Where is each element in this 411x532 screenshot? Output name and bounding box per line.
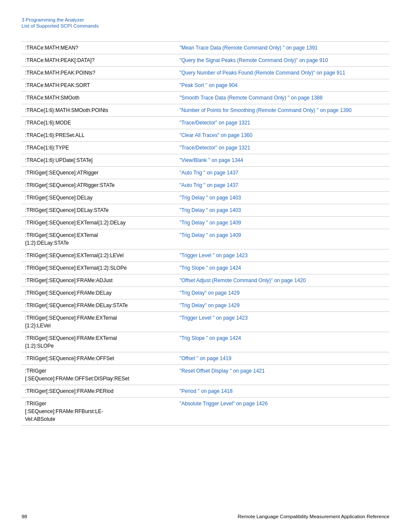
link-cell[interactable]: "Period " on page 1418 <box>176 385 389 398</box>
command-cell: :TRACe:MATH:SMOoth <box>22 92 176 104</box>
command-cell: :TRACe:MATH:PEAK:SORT <box>22 79 176 92</box>
command-cell: :TRACe{1:6}:TYPE <box>22 142 176 154</box>
footer: 98 Remote Language Compatibility Measure… <box>22 514 389 519</box>
table-row: :TRACe{1:6}:TYPE"Trace/Detector" on page… <box>22 142 389 154</box>
table-row: :TRACe{1:6}:MATH:SMOoth:POINts"Number of… <box>22 104 389 117</box>
link-cell[interactable]: "Trigger Level " on page 1423 <box>176 312 389 332</box>
table-row: :TRIGger[:SEQuence]:FRAMe:DELay:STATe"Tr… <box>22 299 389 312</box>
command-cell: :TRIGger[:SEQuence]:FRAMe:ADJust <box>22 274 176 287</box>
command-cell: :TRIGger[:SEQuence]:FRAMe:RFBurst:LE-Vel… <box>22 398 176 426</box>
link-cell[interactable]: "Mean Trace Data (Remote Command Only) "… <box>176 42 389 54</box>
link-cell[interactable]: "Number of Points for Smoothing (Remote … <box>176 104 389 117</box>
command-cell: :TRACe:MATH:PEAK:POINts? <box>22 67 176 79</box>
link-cell[interactable]: "Trace/Detector" on page 1321 <box>176 117 389 129</box>
link-cell[interactable]: "Auto Trig " on page 1437 <box>176 167 389 179</box>
link-cell[interactable]: "Clear All Traces" on page 1360 <box>176 129 389 142</box>
table-row: :TRIGger[:SEQuence]:FRAMe:OFFSet:DISPlay… <box>22 365 389 385</box>
table-row: :TRIGger[:SEQuence]:FRAMe:PERiod"Period … <box>22 385 389 398</box>
table-row: :TRIGger[:SEQuence]:FRAMe:ADJust"Offset … <box>22 274 389 287</box>
command-cell: :TRIGger[:SEQuence]:FRAMe:DELay:STATe <box>22 299 176 312</box>
table-row: :TRACe:MATH:PEAK:POINts?"Query Number of… <box>22 67 389 79</box>
table-row: :TRACe{1:6}:PRESet:ALL"Clear All Traces"… <box>22 129 389 142</box>
table-row: :TRIGger[:SEQuence]:EXTernal{1:2}:SLOPe"… <box>22 262 389 274</box>
table-row: :TRIGger[:SEQuence]:EXTernal{1:2}:DELay:… <box>22 229 389 249</box>
link-cell[interactable]: "Trigger Level " on page 1423 <box>176 249 389 262</box>
link-cell[interactable]: "Query the Signal Peaks (Remote Command … <box>176 54 389 67</box>
link-cell[interactable]: "Peak Sort " on page 904 <box>176 79 389 92</box>
table-row: :TRACe{1:6}:UPDate[:STATe]"View/Blank " … <box>22 154 389 167</box>
table-row: :TRIGger[:SEQuence]:ATRigger:STATe"Auto … <box>22 179 389 192</box>
table-row: :TRIGger[:SEQuence]:EXTernal{1:2}:DELay"… <box>22 217 389 229</box>
table-row: :TRIGger[:SEQuence]:FRAMe:EXTernal{1:2}:… <box>22 332 389 352</box>
command-cell: :TRACe:MATH:MEAN? <box>22 42 176 54</box>
command-cell: :TRIGger[:SEQuence]:FRAMe:EXTernal{1:2}:… <box>22 312 176 332</box>
page-container: 3 Programming the Analyzer List of Suppo… <box>0 0 411 451</box>
link-cell[interactable]: "Trig Delay" on page 1429 <box>176 287 389 299</box>
breadcrumb-line2: List of Supported SCPI Commands <box>22 23 389 28</box>
command-cell: :TRACe{1:6}:PRESet:ALL <box>22 129 176 142</box>
link-cell[interactable]: "View/Blank " on page 1344 <box>176 154 389 167</box>
scpi-commands-table: :TRACe:MATH:MEAN?"Mean Trace Data (Remot… <box>22 41 389 426</box>
table-row: :TRIGger[:SEQuence]:DELay:STATe"Trig Del… <box>22 204 389 217</box>
table-row: :TRIGger[:SEQuence]:ATRigger"Auto Trig "… <box>22 167 389 179</box>
link-cell[interactable]: "Auto Trig " on page 1437 <box>176 179 389 192</box>
link-cell[interactable]: "Offset Adjust (Remote Command Only)" on… <box>176 274 389 287</box>
table-row: :TRACe{1:6}:MODE"Trace/Detector" on page… <box>22 117 389 129</box>
command-cell: :TRIGger[:SEQuence]:ATRigger <box>22 167 176 179</box>
command-cell: :TRIGger[:SEQuence]:FRAMe:OFFSet:DISPlay… <box>22 365 176 385</box>
link-cell[interactable]: "Reset Offset Display " on page 1421 <box>176 365 389 385</box>
breadcrumb-line1: 3 Programming the Analyzer <box>22 17 389 22</box>
link-cell[interactable]: "Trig Delay " on page 1403 <box>176 192 389 204</box>
command-cell: :TRIGger[:SEQuence]:FRAMe:OFFSet <box>22 352 176 365</box>
link-cell[interactable]: "Trig Delay " on page 1409 <box>176 217 389 229</box>
table-row: :TRACe:MATH:MEAN?"Mean Trace Data (Remot… <box>22 42 389 54</box>
table-row: :TRIGger[:SEQuence]:FRAMe:EXTernal{1:2}:… <box>22 312 389 332</box>
command-cell: :TRACe:MATH:PEAK[:DATA]? <box>22 54 176 67</box>
table-row: :TRIGger[:SEQuence]:DELay"Trig Delay " o… <box>22 192 389 204</box>
command-cell: :TRIGger[:SEQuence]:EXTernal{1:2}:DELay:… <box>22 229 176 249</box>
link-cell[interactable]: "Trig Slope " on page 1424 <box>176 262 389 274</box>
link-cell[interactable]: "Trig Slope " on page 1424 <box>176 332 389 352</box>
table-row: :TRIGger[:SEQuence]:FRAMe:DELay"Trig Del… <box>22 287 389 299</box>
command-cell: :TRIGger[:SEQuence]:ATRigger:STATe <box>22 179 176 192</box>
command-cell: :TRIGger[:SEQuence]:DELay <box>22 192 176 204</box>
command-cell: :TRIGger[:SEQuence]:EXTernal{1:2}:DELay <box>22 217 176 229</box>
command-cell: :TRIGger[:SEQuence]:FRAMe:PERiod <box>22 385 176 398</box>
link-cell[interactable]: "Trig Delay " on page 1409 <box>176 229 389 249</box>
command-cell: :TRACe{1:6}:MATH:SMOoth:POINts <box>22 104 176 117</box>
page-number: 98 <box>22 514 27 519</box>
link-cell[interactable]: "Trig Delay" on page 1429 <box>176 299 389 312</box>
footer-right-text: Remote Language Compatibility Measuremen… <box>238 514 389 519</box>
table-row: :TRIGger[:SEQuence]:EXTernal{1:2}:LEVel"… <box>22 249 389 262</box>
link-cell[interactable]: "Absolute Trigger Level" on page 1426 <box>176 398 389 426</box>
link-cell[interactable]: "Smooth Trace Data (Remote Command Only)… <box>176 92 389 104</box>
command-cell: :TRIGger[:SEQuence]:DELay:STATe <box>22 204 176 217</box>
command-cell: :TRACe{1:6}:MODE <box>22 117 176 129</box>
command-cell: :TRIGger[:SEQuence]:EXTernal{1:2}:LEVel <box>22 249 176 262</box>
table-row: :TRACe:MATH:PEAK[:DATA]?"Query the Signa… <box>22 54 389 67</box>
table-row: :TRACe:MATH:PEAK:SORT"Peak Sort " on pag… <box>22 79 389 92</box>
table-row: :TRACe:MATH:SMOoth"Smooth Trace Data (Re… <box>22 92 389 104</box>
command-cell: :TRIGger[:SEQuence]:EXTernal{1:2}:SLOPe <box>22 262 176 274</box>
table-row: :TRIGger[:SEQuence]:FRAMe:RFBurst:LE-Vel… <box>22 398 389 426</box>
table-row: :TRIGger[:SEQuence]:FRAMe:OFFSet"Offset … <box>22 352 389 365</box>
link-cell[interactable]: "Trace/Detector" on page 1321 <box>176 142 389 154</box>
command-cell: :TRIGger[:SEQuence]:FRAMe:DELay <box>22 287 176 299</box>
breadcrumb: 3 Programming the Analyzer List of Suppo… <box>22 17 389 28</box>
command-cell: :TRIGger[:SEQuence]:FRAMe:EXTernal{1:2}:… <box>22 332 176 352</box>
link-cell[interactable]: "Trig Delay " on page 1403 <box>176 204 389 217</box>
command-cell: :TRACe{1:6}:UPDate[:STATe] <box>22 154 176 167</box>
link-cell[interactable]: "Offset " on page 1419 <box>176 352 389 365</box>
link-cell[interactable]: "Query Number of Peaks Found (Remote Com… <box>176 67 389 79</box>
